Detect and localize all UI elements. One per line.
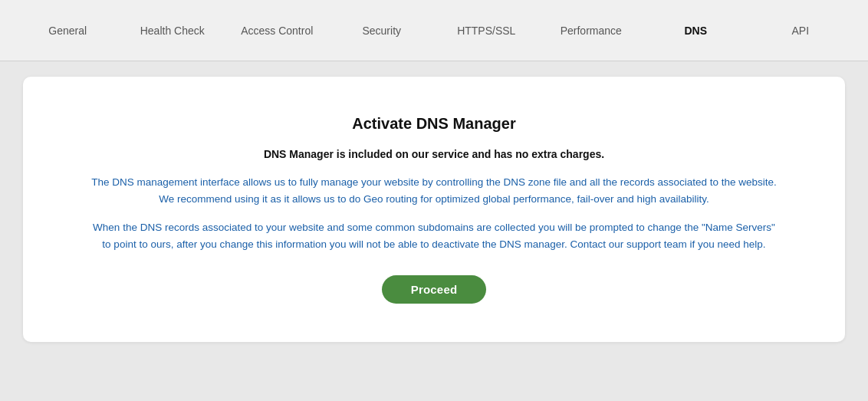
nav-item-health-check[interactable]: Health Check xyxy=(120,17,225,44)
proceed-button[interactable]: Proceed xyxy=(382,275,487,304)
card-title: Activate DNS Manager xyxy=(84,115,784,133)
nav-item-access-control[interactable]: Access Control xyxy=(225,17,330,44)
nav-item-general[interactable]: General xyxy=(15,17,120,44)
nav-item-dns[interactable]: DNS xyxy=(643,17,748,44)
nav-item-security[interactable]: Security xyxy=(330,17,435,44)
nav-item-api[interactable]: API xyxy=(748,17,853,44)
nav-item-https-ssl[interactable]: HTTPS/SSL xyxy=(434,17,539,44)
main-content: Activate DNS Manager DNS Manager is incl… xyxy=(0,61,868,357)
dns-manager-card: Activate DNS Manager DNS Manager is incl… xyxy=(23,77,845,342)
card-subtitle: DNS Manager is included on our service a… xyxy=(84,148,784,160)
card-text-warning: When the DNS records associated to your … xyxy=(89,219,779,252)
top-navigation: General Health Check Access Control Secu… xyxy=(0,0,868,61)
card-text-description: The DNS management interface allows us t… xyxy=(89,174,779,207)
nav-item-performance[interactable]: Performance xyxy=(539,17,644,44)
